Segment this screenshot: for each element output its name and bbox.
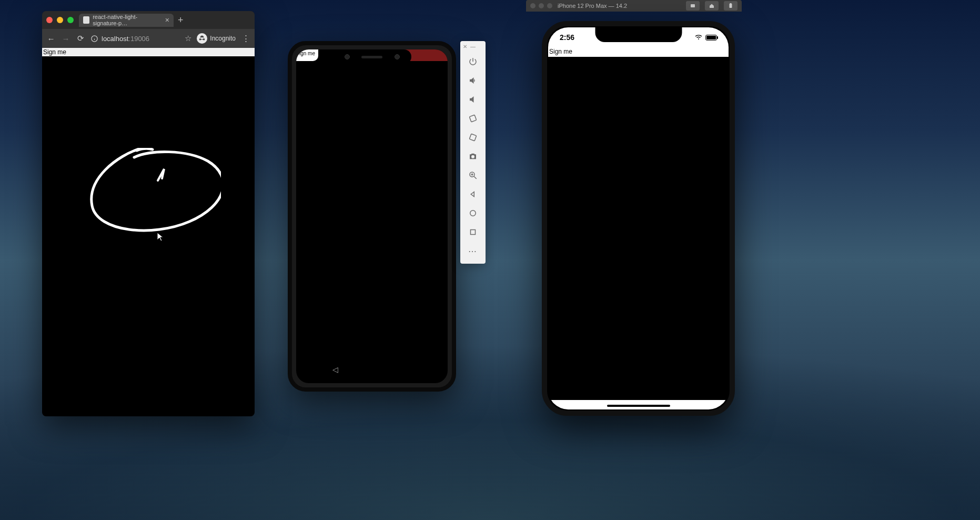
svg-rect-4 — [469, 134, 476, 141]
sim-home-button[interactable] — [705, 1, 719, 11]
screenshot-button[interactable] — [460, 147, 486, 166]
svg-rect-13 — [730, 4, 732, 8]
minimize-window-button[interactable] — [57, 17, 63, 23]
emulator-minimize-button[interactable]: — — [470, 44, 476, 49]
home-indicator[interactable] — [607, 405, 670, 407]
ios-home-area — [548, 400, 729, 409]
emulator-controls-panel: ✕ — ⋯ — [460, 41, 486, 264]
signature-canvas[interactable] — [548, 57, 729, 400]
sim-zoom-button[interactable] — [547, 3, 552, 8]
power-button[interactable] — [460, 52, 486, 71]
sim-minimize-button[interactable] — [539, 3, 544, 8]
incognito-label: Incognito — [210, 35, 236, 42]
ios-clock: 2:56 — [560, 33, 574, 42]
browser-viewport[interactable]: Sign me — [42, 48, 255, 416]
sim-clipboard-button[interactable] — [724, 1, 737, 11]
iphone-frame: 2:56 Sign me — [542, 21, 735, 416]
info-icon — [90, 35, 98, 43]
svg-line-6 — [474, 176, 477, 179]
sim-close-button[interactable] — [530, 3, 536, 8]
browser-tab[interactable]: react-native-light-signature-p… × — [79, 14, 174, 27]
maximize-window-button[interactable] — [67, 17, 74, 23]
zoom-button[interactable] — [460, 166, 486, 185]
emu-overview-button[interactable] — [460, 223, 486, 242]
wifi-icon — [694, 33, 703, 42]
android-emulator: ign me ◁ — [288, 41, 456, 392]
iphone-side-button[interactable] — [730, 105, 732, 147]
chrome-window: react-native-light-signature-p… × + ← → … — [42, 11, 255, 416]
iphone-notch — [595, 27, 682, 42]
front-camera-icon — [345, 54, 350, 59]
forward-button[interactable]: → — [61, 34, 70, 43]
menu-icon[interactable]: ⋮ — [241, 34, 250, 43]
earpiece-icon — [361, 56, 382, 58]
rotate-right-button[interactable] — [460, 128, 486, 147]
rotate-left-button[interactable] — [460, 109, 486, 128]
iphone-screen[interactable]: 2:56 Sign me — [548, 27, 729, 409]
url-text: localhost:19006 — [102, 35, 149, 43]
front-camera-icon — [395, 54, 400, 59]
svg-rect-3 — [469, 115, 476, 122]
tab-close-icon[interactable]: × — [165, 16, 169, 24]
android-screen[interactable]: ign me ◁ — [296, 49, 448, 383]
svg-rect-10 — [471, 230, 476, 235]
android-back-button[interactable]: ◁ — [332, 365, 338, 374]
android-nav-bar: ◁ — [296, 360, 448, 379]
cursor-icon — [157, 232, 164, 242]
svg-point-12 — [692, 5, 694, 7]
emu-back-button[interactable] — [460, 185, 486, 204]
android-frame: ign me ◁ — [288, 41, 456, 392]
ios-simulator-titlebar: iPhone 12 Pro Max — 14.2 — [526, 0, 742, 12]
bookmark-star-icon[interactable]: ☆ — [185, 34, 191, 43]
volume-up-button[interactable] — [460, 71, 486, 90]
sign-me-label: ign me — [296, 49, 318, 61]
emulator-close-button[interactable]: ✕ — [463, 44, 467, 49]
battery-icon — [705, 35, 717, 41]
browser-toolbar: ← → ⟳ localhost:19006 ☆ Incognito ⋮ — [42, 29, 255, 48]
incognito-indicator: Incognito — [197, 33, 236, 44]
window-controls — [46, 17, 74, 23]
sign-me-label: Sign me — [548, 47, 729, 57]
volume-down-button[interactable] — [460, 90, 486, 109]
emu-more-button[interactable]: ⋯ — [460, 242, 486, 261]
ios-simulator: 2:56 Sign me — [542, 21, 735, 416]
browser-tab-bar: react-native-light-signature-p… × + — [42, 11, 255, 29]
back-button[interactable]: ← — [46, 34, 56, 43]
svg-rect-14 — [730, 3, 732, 4]
signature-drawing — [84, 148, 221, 248]
tab-favicon — [83, 16, 89, 24]
android-notch — [332, 49, 411, 64]
new-tab-button[interactable]: + — [178, 15, 184, 26]
sim-title: iPhone 12 Pro Max — 14.2 — [558, 3, 681, 9]
sim-screenshot-button[interactable] — [686, 1, 700, 11]
incognito-icon — [197, 33, 207, 44]
reload-button[interactable]: ⟳ — [76, 34, 85, 43]
tab-title: react-native-light-signature-p… — [93, 14, 162, 26]
address-bar[interactable]: localhost:19006 ☆ — [90, 34, 191, 43]
close-window-button[interactable] — [46, 17, 53, 23]
sign-me-label: Sign me — [42, 48, 255, 56]
svg-point-9 — [470, 211, 476, 216]
emu-home-button[interactable] — [460, 204, 486, 223]
